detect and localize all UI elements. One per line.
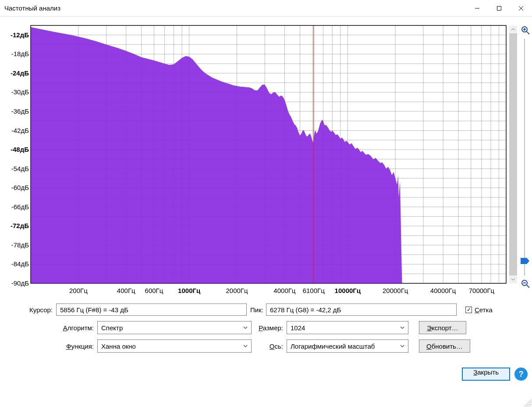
spectrum-plot[interactable]: -12дБ-18дБ-24дБ-30дБ-36дБ-42дБ-48дБ-54дБ… <box>4 21 509 297</box>
grid-label: Сетка <box>475 306 493 314</box>
svg-text:-12дБ: -12дБ <box>11 31 29 39</box>
chevron-down-icon <box>242 325 248 331</box>
window-controls <box>466 0 532 17</box>
svg-text:600Гц: 600Гц <box>145 287 163 294</box>
minimize-icon <box>475 6 480 11</box>
svg-text:70000Гц: 70000Гц <box>469 287 495 294</box>
scroll-up-icon[interactable] <box>509 25 517 33</box>
svg-text:-84дБ: -84дБ <box>11 260 29 268</box>
algorithm-select[interactable]: Спектр <box>97 321 252 334</box>
function-select[interactable]: Ханна окно <box>97 339 252 353</box>
export-button[interactable]: Экспорт… <box>419 321 466 334</box>
svg-text:-60дБ: -60дБ <box>11 184 29 191</box>
chevron-down-icon <box>242 343 248 349</box>
window-title: Частотный анализ <box>4 4 60 12</box>
svg-text:6100Гц: 6100Гц <box>303 287 325 294</box>
svg-text:2000Гц: 2000Гц <box>226 287 248 294</box>
axis-select[interactable]: Логарифмический масштаб <box>287 339 408 353</box>
zoom-slider[interactable] <box>520 25 530 289</box>
close-icon <box>518 6 524 11</box>
svg-text:20000Гц: 20000Гц <box>383 287 408 294</box>
close-button[interactable]: Закрыть <box>462 368 510 381</box>
svg-text:40000Гц: 40000Гц <box>430 287 456 294</box>
size-label: Размер: <box>252 324 287 332</box>
svg-text:10000Гц: 10000Гц <box>335 287 361 294</box>
chevron-down-icon <box>399 325 405 331</box>
grid-checkbox[interactable]: ✓ Сетка <box>465 306 493 314</box>
dialog-buttons: Закрыть ? <box>4 366 528 382</box>
svg-text:-24дБ: -24дБ <box>11 69 29 77</box>
scroll-down-icon[interactable] <box>509 275 517 283</box>
svg-text:-48дБ: -48дБ <box>11 146 29 153</box>
peak-label: Пик: <box>247 306 266 314</box>
svg-text:-66дБ: -66дБ <box>11 203 29 211</box>
svg-text:-18дБ: -18дБ <box>11 50 29 57</box>
algorithm-row: Алгоритм: Спектр Размер: 1024 Экспорт… <box>4 321 528 334</box>
size-select[interactable]: 1024 <box>287 321 408 334</box>
svg-text:400Гц: 400Гц <box>117 287 135 294</box>
svg-text:-90дБ: -90дБ <box>11 279 29 287</box>
maximize-icon <box>497 6 502 11</box>
axis-value: Логарифмический масштаб <box>291 343 375 350</box>
zoom-rail[interactable] <box>524 39 525 275</box>
size-value: 1024 <box>291 324 305 332</box>
refresh-button[interactable]: Обновить… <box>419 339 470 353</box>
checkbox-icon: ✓ <box>465 307 472 313</box>
zoom-in-icon[interactable] <box>521 25 530 35</box>
minimize-button[interactable] <box>466 0 488 17</box>
svg-text:200Гц: 200Гц <box>69 287 88 294</box>
cursor-label: Курсор: <box>4 306 56 314</box>
vertical-scrollbar[interactable] <box>509 25 517 283</box>
svg-rect-0 <box>497 7 501 11</box>
function-value: Ханна окно <box>101 343 136 350</box>
svg-text:-78дБ: -78дБ <box>11 241 29 249</box>
readout-row: Курсор: 5856 Гц (F#8) = -43 дБ Пик: 6278… <box>4 303 528 316</box>
close-window-button[interactable] <box>510 0 532 17</box>
axis-label: Ось: <box>252 343 287 350</box>
peak-readout: 6278 Гц (G8) = -42,2 дБ <box>266 303 457 316</box>
zoom-out-icon[interactable] <box>521 279 530 289</box>
svg-text:4000Гц: 4000Гц <box>273 287 295 294</box>
algorithm-label: Алгоритм: <box>4 324 97 332</box>
svg-text:-42дБ: -42дБ <box>11 127 29 134</box>
titlebar: Частотный анализ <box>0 0 532 17</box>
svg-text:-54дБ: -54дБ <box>11 165 29 172</box>
help-button[interactable]: ? <box>514 368 528 381</box>
svg-text:-36дБ: -36дБ <box>11 107 29 115</box>
cursor-readout: 5856 Гц (F#8) = -43 дБ <box>56 303 247 316</box>
chart-area: -12дБ-18дБ-24дБ-30дБ-36дБ-42дБ-48дБ-54дБ… <box>4 21 526 302</box>
help-icon: ? <box>519 370 524 379</box>
chevron-down-icon <box>399 343 405 349</box>
zoom-slider-thumb[interactable] <box>521 258 529 264</box>
function-label: Функция: <box>4 343 97 350</box>
svg-text:-72дБ: -72дБ <box>11 222 29 229</box>
svg-text:-30дБ: -30дБ <box>11 88 29 96</box>
svg-text:1000Гц: 1000Гц <box>178 287 201 294</box>
function-row: Функция: Ханна окно Ось: Логарифмический… <box>4 339 528 353</box>
maximize-button[interactable] <box>488 0 510 17</box>
controls-panel: Курсор: 5856 Гц (F#8) = -43 дБ Пик: 6278… <box>4 303 528 358</box>
algorithm-value: Спектр <box>101 324 123 332</box>
scrollbar-thumb[interactable] <box>509 33 517 275</box>
resize-grip-icon[interactable] <box>523 398 532 407</box>
